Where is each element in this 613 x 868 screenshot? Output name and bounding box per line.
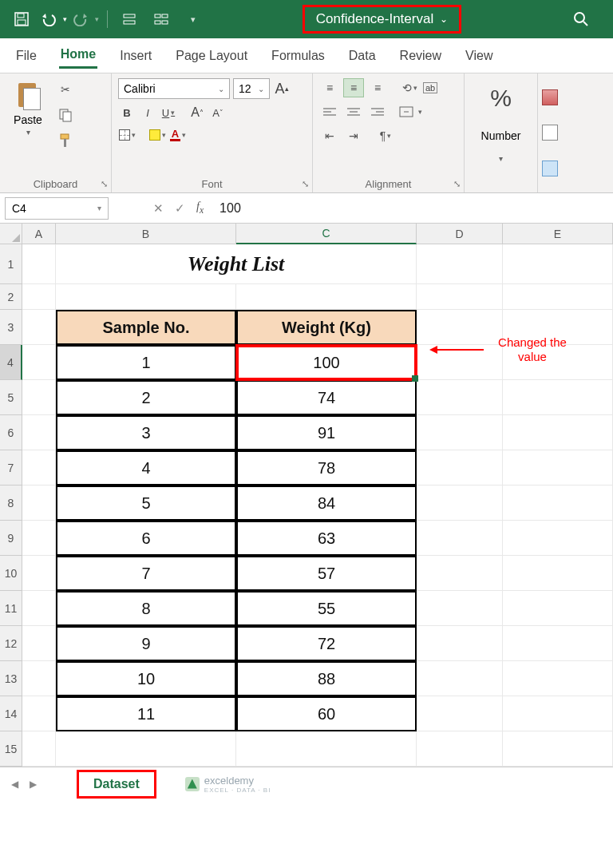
tab-home[interactable]: Home	[59, 42, 97, 69]
dialog-launcher-icon[interactable]: ⤡	[302, 179, 309, 189]
row-header[interactable]: 9	[0, 521, 22, 556]
cancel-icon[interactable]: ✕	[153, 201, 164, 216]
undo-icon[interactable]: ▾	[40, 7, 67, 31]
cell-C5[interactable]: 74	[236, 380, 417, 415]
row-header[interactable]: 7	[0, 450, 22, 486]
cell-D13[interactable]	[417, 661, 503, 696]
percent-icon[interactable]: %	[490, 85, 512, 112]
tab-file[interactable]: File	[14, 44, 38, 68]
qat-button-2[interactable]	[148, 7, 175, 31]
search-icon[interactable]	[557, 11, 605, 27]
cell-B4[interactable]: 1	[56, 345, 236, 380]
row-header[interactable]: 15	[0, 731, 22, 767]
qat-button-1[interactable]	[116, 7, 143, 31]
format-table-icon[interactable]	[542, 125, 558, 141]
column-header-D[interactable]: D	[417, 224, 503, 244]
enter-icon[interactable]: ✓	[175, 201, 185, 216]
font-size-combo[interactable]: 12⌄	[233, 78, 270, 99]
cell-A2[interactable]	[22, 284, 56, 310]
align-top-icon[interactable]: ≡	[319, 78, 340, 97]
cell-E9[interactable]	[503, 521, 613, 556]
underline-button[interactable]: U▾	[160, 104, 177, 121]
cell-E5[interactable]	[503, 380, 613, 415]
wrap-text-button[interactable]: ab	[423, 78, 437, 97]
cell-B11[interactable]: 8	[56, 591, 236, 626]
cell-D8[interactable]	[417, 486, 503, 521]
cell-D10[interactable]	[417, 556, 503, 591]
select-all-corner[interactable]	[0, 224, 22, 244]
cell-A10[interactable]	[22, 556, 56, 591]
cell-C7[interactable]: 78	[236, 450, 417, 486]
align-left-icon[interactable]	[319, 102, 340, 121]
cell-D12[interactable]	[417, 626, 503, 661]
cell-C3[interactable]: Weight (Kg)	[236, 310, 417, 345]
cell-B5[interactable]: 2	[56, 380, 236, 415]
row-header[interactable]: 12	[0, 626, 22, 661]
fx-icon[interactable]: fx	[196, 200, 204, 216]
cell-A8[interactable]	[22, 486, 56, 521]
cell-A12[interactable]	[22, 626, 56, 661]
cell-A1[interactable]	[22, 244, 56, 284]
tab-nav-next-icon[interactable]: ▶	[26, 775, 40, 793]
row-header[interactable]: 6	[0, 415, 22, 450]
row-header[interactable]: 8	[0, 486, 22, 521]
column-header-A[interactable]: A	[22, 224, 56, 244]
formula-input[interactable]: 100	[215, 198, 613, 219]
cell-C2[interactable]	[236, 284, 417, 310]
cell-C8[interactable]: 84	[236, 486, 417, 521]
cell-B14[interactable]: 11	[56, 696, 236, 731]
row-header[interactable]: 10	[0, 556, 22, 591]
format-painter-icon[interactable]	[54, 131, 77, 150]
cell-E1[interactable]	[503, 244, 613, 284]
align-center-icon[interactable]	[343, 102, 364, 121]
cell-C14[interactable]: 60	[236, 696, 417, 731]
increase-font-icon[interactable]: A˄	[188, 104, 206, 121]
cell-styles-icon[interactable]	[542, 161, 558, 176]
row-header[interactable]: 5	[0, 380, 22, 415]
cell-C12[interactable]: 72	[236, 626, 417, 661]
cell-E15[interactable]	[503, 731, 613, 767]
column-header-B[interactable]: B	[56, 224, 236, 244]
cell-C6[interactable]: 91	[236, 415, 417, 450]
row-header[interactable]: 3	[0, 310, 22, 345]
orientation-icon[interactable]: ⟲▾	[399, 78, 420, 97]
cell-E11[interactable]	[503, 591, 613, 626]
redo-icon[interactable]: ▾	[72, 7, 99, 31]
copy-icon[interactable]	[54, 105, 77, 125]
chevron-down-icon[interactable]: ▾	[499, 154, 503, 163]
bold-button[interactable]: B	[118, 104, 136, 121]
column-header-E[interactable]: E	[503, 224, 613, 244]
conditional-formatting-icon[interactable]	[542, 89, 558, 105]
align-right-icon[interactable]	[367, 102, 388, 121]
cell-D2[interactable]	[417, 284, 503, 310]
row-header[interactable]: 2	[0, 284, 22, 310]
align-bottom-icon[interactable]: ≡	[367, 78, 388, 97]
cell-E7[interactable]	[503, 450, 613, 486]
grow-font-icon[interactable]: A▴	[273, 80, 291, 97]
tab-formulas[interactable]: Formulas	[270, 44, 326, 68]
decrease-font-icon[interactable]: A˅	[209, 104, 227, 121]
cell-C10[interactable]: 57	[236, 556, 417, 591]
cell-A9[interactable]	[22, 521, 56, 556]
cell-C11[interactable]: 55	[236, 591, 417, 626]
tab-data[interactable]: Data	[347, 44, 378, 68]
row-header[interactable]: 14	[0, 696, 22, 731]
cut-icon[interactable]: ✂	[54, 80, 77, 99]
cell-B15[interactable]	[56, 731, 236, 767]
fill-handle[interactable]	[412, 375, 418, 382]
cell-A15[interactable]	[22, 731, 56, 767]
cell-D1[interactable]	[417, 244, 503, 284]
qat-customize-icon[interactable]: ▾	[180, 7, 207, 31]
cell-B3[interactable]: Sample No.	[56, 310, 236, 345]
cell-B9[interactable]: 6	[56, 521, 236, 556]
cell-B1[interactable]: Weight List	[56, 244, 417, 284]
cell-A6[interactable]	[22, 415, 56, 450]
cell-B2[interactable]	[56, 284, 236, 310]
merge-button[interactable]: ▾	[399, 102, 422, 121]
document-name[interactable]: Confidence-Interval ⌄	[303, 5, 461, 34]
dialog-launcher-icon[interactable]: ⤡	[453, 179, 461, 189]
cell-A7[interactable]	[22, 450, 56, 486]
cell-E14[interactable]	[503, 696, 613, 731]
row-header[interactable]: 11	[0, 591, 22, 626]
row-header[interactable]: 1	[0, 244, 22, 284]
